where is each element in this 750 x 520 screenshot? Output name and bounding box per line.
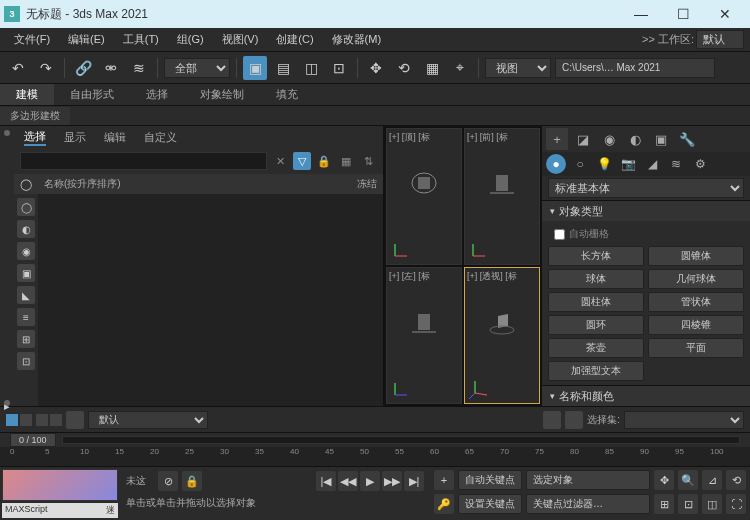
keyfilter-button[interactable]: 关键点过滤器… [526,494,650,514]
filter-spacewarps-icon[interactable]: ≡ [17,308,35,326]
scene-list[interactable] [38,194,383,406]
tube-button[interactable]: 管状体 [648,292,744,312]
pyramid-button[interactable]: 四棱锥 [648,315,744,335]
geometry-cat-icon[interactable]: ● [546,154,566,174]
select-by-name-button[interactable]: ▤ [271,56,295,80]
play-button[interactable]: ▶ [360,471,380,491]
display-icon[interactable]: ▦ [337,152,355,170]
cylinder-button[interactable]: 圆柱体 [548,292,644,312]
layer-select[interactable]: 默认 [88,411,208,429]
sort-icon[interactable]: ⇅ [359,152,377,170]
rotate-button[interactable]: ⟲ [392,56,416,80]
motion-tab[interactable]: ◐ [624,128,646,150]
nav-max-icon[interactable]: ⛶ [726,494,746,514]
nav-zoom-ext-icon[interactable]: ⊡ [678,494,698,514]
ribbon-tab-selection[interactable]: 选择 [130,84,184,105]
close-button[interactable]: ✕ [704,0,746,28]
placement-button[interactable]: ⌖ [448,56,472,80]
prev-frame-button[interactable]: ◀◀ [338,471,358,491]
menu-edit[interactable]: 编辑(E) [60,30,113,49]
rect-region-button[interactable]: ◫ [299,56,323,80]
undo-button[interactable]: ↶ [6,56,30,80]
strip-expand[interactable]: ▸ [4,400,10,406]
material-thumb[interactable] [2,469,118,501]
filter-cameras-icon[interactable]: ▣ [17,264,35,282]
scene-tab-edit[interactable]: 编辑 [104,130,126,145]
setkey-button[interactable]: 设置关键点 [458,494,522,514]
scene-tab-select[interactable]: 选择 [24,129,46,146]
bind-space-warp-button[interactable]: ≋ [127,56,151,80]
scene-col-frozen[interactable]: 冻结 [357,177,377,191]
nav-pan-icon[interactable]: ✥ [654,470,674,490]
lights-cat-icon[interactable]: 💡 [594,154,614,174]
cone-button[interactable]: 圆锥体 [648,246,744,266]
time-ruler[interactable]: 0510152025303540455055606570758085909510… [0,447,750,466]
menu-view[interactable]: 视图(V) [214,30,267,49]
autogrid-checkbox[interactable]: 自动栅格 [548,225,744,243]
selset-icon-2[interactable] [565,411,583,429]
textplus-button[interactable]: 加强型文本 [548,361,644,381]
scene-col-name[interactable]: 名称(按升序排序) [44,177,345,191]
menu-modifiers[interactable]: 修改器(M) [324,30,390,49]
autokey-button[interactable]: 自动关键点 [458,470,522,490]
maximize-button[interactable]: ☐ [662,0,704,28]
spacewarps-cat-icon[interactable]: ≋ [666,154,686,174]
select-object-button[interactable]: ▣ [243,56,267,80]
torus-button[interactable]: 圆环 [548,315,644,335]
menu-file[interactable]: 文件(F) [6,30,58,49]
menu-group[interactable]: 组(G) [169,30,212,49]
selset-icon-1[interactable] [543,411,561,429]
subribbon-polymodel[interactable]: 多边形建模 [0,107,70,125]
selected-button[interactable]: 选定对象 [526,470,650,490]
filter-icon[interactable]: ▽ [293,152,311,170]
unlink-button[interactable]: ⚮ [99,56,123,80]
viewport-top[interactable]: [+] [顶] [标 [386,128,462,265]
move-button[interactable]: ✥ [364,56,388,80]
category-select[interactable]: 标准基本体 [548,178,744,198]
strip-handle[interactable] [4,130,10,136]
plane-button[interactable]: 平面 [648,338,744,358]
next-frame-button[interactable]: ▶▶ [382,471,402,491]
scene-tab-custom[interactable]: 自定义 [144,130,177,145]
ribbon-tab-freeform[interactable]: 自由形式 [54,84,130,105]
filter-groups-icon[interactable]: ⊡ [17,352,35,370]
window-crossing-button[interactable]: ⊡ [327,56,351,80]
menu-tools[interactable]: 工具(T) [115,30,167,49]
scene-tab-display[interactable]: 显示 [64,130,86,145]
viewport-left[interactable]: [+] [左] [标 [386,267,462,404]
viewport-front[interactable]: [+] [前] [标 [464,128,540,265]
time-slider[interactable] [62,436,740,444]
display-tab[interactable]: ▣ [650,128,672,150]
ref-coord-select[interactable]: 视图 [485,58,551,78]
nav-orbit-icon[interactable]: ⟲ [726,470,746,490]
rollout-object-type[interactable]: 对象类型 [542,201,750,221]
utilities-tab[interactable]: 🔧 [676,128,698,150]
selset-select[interactable] [624,411,744,429]
scale-button[interactable]: ▦ [420,56,444,80]
minimize-button[interactable]: — [620,0,662,28]
nav-zoom-icon[interactable]: 🔍 [678,470,698,490]
ribbon-tab-populate[interactable]: 填充 [260,84,314,105]
maxscript-listener[interactable]: MAXScript迷 [2,503,118,518]
hierarchy-tab[interactable]: ◉ [598,128,620,150]
nav-fov-icon[interactable]: ⊿ [702,470,722,490]
filter-shapes-icon[interactable]: ◐ [17,220,35,238]
goto-start-button[interactable]: |◀ [316,471,336,491]
systems-cat-icon[interactable]: ⚙ [690,154,710,174]
box-button[interactable]: 长方体 [548,246,644,266]
layer-icon[interactable] [66,411,84,429]
selection-filter[interactable]: 全部 [164,58,230,78]
teapot-button[interactable]: 茶壶 [548,338,644,358]
isolate-icon[interactable]: ⊘ [158,471,178,491]
viewport-layout-icon[interactable] [6,414,32,426]
viewport-perspective[interactable]: [+] [透视] [标 [464,267,540,404]
link-button[interactable]: 🔗 [71,56,95,80]
frame-indicator[interactable]: 0 / 100 [10,433,56,447]
lock-icon[interactable]: 🔒 [315,152,333,170]
nav-zoom-all-icon[interactable]: ⊞ [654,494,674,514]
filter-bone-icon[interactable]: ⊞ [17,330,35,348]
shapes-cat-icon[interactable]: ○ [570,154,590,174]
goto-end-button[interactable]: ▶| [404,471,424,491]
viewport-layout-icon-2[interactable] [36,414,62,426]
filter-geometry-icon[interactable]: ◯ [17,198,35,216]
